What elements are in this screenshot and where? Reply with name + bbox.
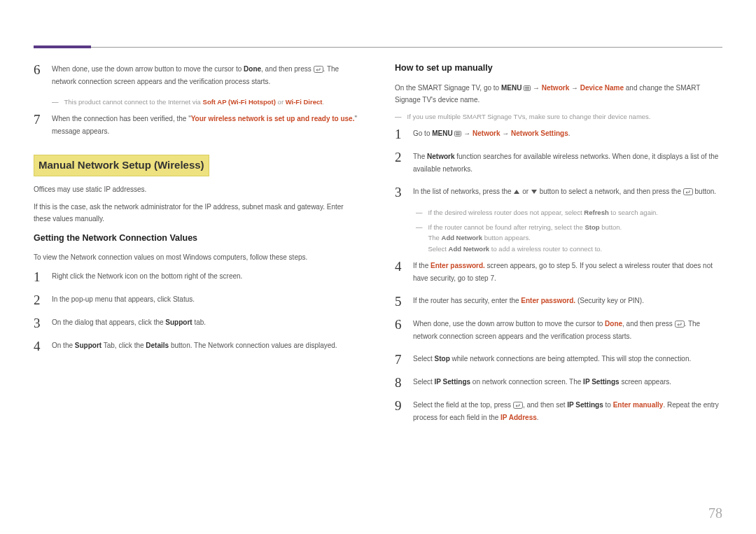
note-bold: Add Network <box>449 245 490 253</box>
text: When done, use the down arrow button to … <box>52 65 244 73</box>
step-1-g: 1 Right click the Network icon on the bo… <box>34 269 361 283</box>
text: screen appears. <box>620 378 672 386</box>
text: Tab, click the <box>102 342 146 349</box>
text: When done, use the down arrow button to … <box>413 320 605 328</box>
note-highlight: Wi-Fi Direct <box>286 98 323 106</box>
step-4: 4 If the Enter password. screen appears,… <box>395 258 722 285</box>
paragraph: On the SMART Signage TV, go to MENU → Ne… <box>395 82 722 106</box>
text: → <box>463 129 472 137</box>
step-text: If the router has security, enter the En… <box>413 293 722 307</box>
step-8: 8 Select IP Settings on network connecti… <box>395 374 722 389</box>
step-3: 3 In the list of networks, press the or … <box>395 184 722 199</box>
note-text: to add a wireless router to connect to. <box>489 245 602 253</box>
header-accent <box>34 45 91 48</box>
paragraph: Offices may use static IP addresses. <box>34 183 361 195</box>
step-number: 3 <box>34 315 43 330</box>
svg-rect-0 <box>314 66 323 73</box>
text: → <box>569 84 580 92</box>
step-text: When done, use the down arrow button to … <box>52 62 361 88</box>
step-number: 3 <box>395 184 405 199</box>
note-dash: ― <box>416 222 423 254</box>
step-number: 9 <box>395 398 405 412</box>
text-bold: Support <box>75 342 102 349</box>
step-4-g: 4 On the Support Tab, click the Details … <box>34 338 361 353</box>
page-body: 6 When done, use the down arrow button t… <box>0 48 756 433</box>
step-9: 9 Select the field at the top, press , a… <box>395 398 722 424</box>
enter-icon <box>675 321 685 328</box>
text-bold: Support <box>165 318 192 326</box>
step-6: 6 When done, use the down arrow button t… <box>395 316 722 343</box>
text: On the SMART Signage TV, go to <box>395 84 501 92</box>
text-bold: MENU <box>432 129 452 137</box>
note-bold: Refresh <box>584 209 608 216</box>
text-bold: IP Settings <box>583 378 620 386</box>
note-text: button appears. <box>482 234 531 241</box>
note-dash: ― <box>395 111 402 122</box>
menu-icon <box>524 85 531 91</box>
text: , and then set <box>523 401 567 409</box>
page-number: 78 <box>708 505 722 521</box>
step-text: Select Stop while network connections ar… <box>413 351 722 365</box>
note: ― This product cannot connect to the Int… <box>52 97 361 107</box>
step-number: 2 <box>34 292 43 307</box>
text-highlight: Enter password. <box>521 297 575 304</box>
step-text: Select the field at the top, press , and… <box>413 398 722 424</box>
note: ― If the desired wireless router does no… <box>416 207 722 218</box>
step-text: Go to MENU → Network → Network Settings. <box>413 126 722 140</box>
step-5: 5 If the router has security, enter the … <box>395 293 722 308</box>
text-bold: Stop <box>435 355 450 363</box>
note-text: This product cannot connect to the Inter… <box>64 98 203 106</box>
step-text: If the Enter password. screen appears, g… <box>413 258 722 285</box>
step-number: 4 <box>395 258 405 273</box>
text: while network connections are being atte… <box>450 355 691 363</box>
text: On the dialog that appears, click the <box>52 318 165 326</box>
text: or <box>520 188 530 195</box>
note: ― If you use multiple SMART Signage TVs,… <box>395 111 722 122</box>
up-triangle-icon <box>513 189 520 195</box>
text: On the <box>52 342 75 349</box>
text: , and then press <box>261 65 314 73</box>
note-text: to search again. <box>609 209 658 216</box>
svg-rect-10 <box>675 321 684 328</box>
text: network connection screen appears and th… <box>52 76 361 88</box>
text: In the list of networks, press the <box>413 188 513 195</box>
step-number: 5 <box>395 293 405 308</box>
enter-icon <box>513 402 523 409</box>
text-bold: Done <box>244 65 261 73</box>
text: tab. <box>192 318 206 326</box>
text: Select the field at the top, press <box>413 401 513 409</box>
step-number: 1 <box>34 269 43 283</box>
text-bold: Network <box>427 153 454 160</box>
text: Go to <box>413 129 432 137</box>
text-highlight: IP Address <box>500 414 537 421</box>
enter-icon <box>683 188 693 195</box>
step-text: In the pop-up menu that appears, click S… <box>52 292 361 306</box>
text: Select <box>413 355 435 363</box>
note-text: The <box>428 234 442 241</box>
right-column: How to set up manually On the SMART Sign… <box>395 62 722 433</box>
note-highlight: Soft AP (Wi-Fi Hotspot) <box>203 98 276 106</box>
note-bold: Stop <box>584 223 599 231</box>
step-text: The Network function searches for availa… <box>413 149 722 176</box>
note-text: If the desired wireless router does not … <box>428 209 584 216</box>
step-7: 7 Select Stop while network connections … <box>395 351 722 366</box>
text-highlight: Enter manually <box>613 401 664 409</box>
note: ― If the router cannot be found after re… <box>416 222 722 254</box>
text: The <box>413 153 427 160</box>
section-heading-highlighted: Manual Network Setup (Wireless) <box>34 155 209 176</box>
step-number: 7 <box>395 351 405 366</box>
text: on network connection screen. The <box>470 378 583 386</box>
text: (Security key or PIN). <box>575 297 644 304</box>
text-bold: Details <box>146 342 169 349</box>
note-dash: ― <box>52 97 59 107</box>
text-highlight: Device Name <box>580 84 624 92</box>
text: → <box>500 129 512 137</box>
paragraph: To view the Network connection values on… <box>34 251 361 263</box>
step-text: When done, use the down arrow button to … <box>413 316 722 343</box>
text: When the connection has been verified, t… <box>52 115 191 122</box>
note-text: If you use multiple SMART Signage TVs, m… <box>407 111 651 122</box>
step-number: 1 <box>395 126 405 141</box>
step-1: 1 Go to MENU → Network → Network Setting… <box>395 126 722 141</box>
note-bold: Add Network <box>442 234 483 241</box>
step-2: 2 The Network function searches for avai… <box>395 149 722 176</box>
